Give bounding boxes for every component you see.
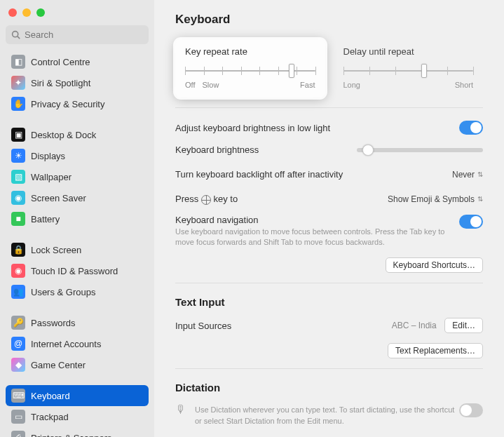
chevron-updown-icon: ⇅ <box>477 170 483 178</box>
dictation-heading: Dictation <box>175 382 483 394</box>
keyboard-brightness-label: Keyboard brightness <box>175 144 259 155</box>
sidebar-icon: ■ <box>11 212 25 226</box>
backlight-off-row: Turn keyboard backlight off after inacti… <box>175 162 483 187</box>
search-input[interactable] <box>25 29 143 40</box>
delay-long-label: Long <box>343 81 360 89</box>
sidebar-item-internet-accounts[interactable]: @Internet Accounts <box>6 333 149 354</box>
backlight-off-label: Turn keyboard backlight off after inacti… <box>175 169 343 180</box>
key-repeat-panel: Key repeat rate Off Slow Fast <box>175 39 325 98</box>
text-input-heading: Text Input <box>175 296 483 308</box>
slider-knob[interactable] <box>421 64 427 78</box>
sidebar-icon: ✋ <box>11 97 25 111</box>
text-replacements-button[interactable]: Text Replacements… <box>388 343 483 358</box>
delay-panel: Delay until repeat Long Short <box>334 39 484 98</box>
sidebar-icon: ⌨ <box>11 389 25 403</box>
dictation-desc: Use Dictation wherever you can type text… <box>195 405 459 426</box>
sidebar-item-label: Game Center <box>31 360 86 370</box>
keyboard-nav-desc: Use keyboard navigation to move focus be… <box>175 227 445 248</box>
sidebar-item-wallpaper[interactable]: ▧Wallpaper <box>6 166 149 187</box>
slider-knob[interactable] <box>289 64 294 78</box>
adjust-brightness-label: Adjust keyboard brightness in low light <box>175 123 330 133</box>
sidebar: ◧Control Centre✦Siri & Spotlight✋Privacy… <box>0 0 154 437</box>
sidebar-icon: 👥 <box>11 285 25 299</box>
sidebar-item-label: Screen Saver <box>31 193 86 203</box>
sidebar-item-label: Siri & Spotlight <box>31 78 90 88</box>
sidebar-item-keyboard[interactable]: ⌨Keyboard <box>6 385 149 406</box>
sidebar-icon: ◆ <box>11 358 25 372</box>
sliders-row: Key repeat rate Off Slow Fast Delay unti… <box>175 39 483 98</box>
globe-icon <box>201 195 211 205</box>
sidebar-group: ⌨Keyboard▭Trackpad⎙Printers & Scanners <box>6 385 149 437</box>
delay-label: Delay until repeat <box>343 46 474 57</box>
sidebar-icon: 🔑 <box>11 316 25 330</box>
edit-input-sources-button[interactable]: Edit… <box>444 318 483 333</box>
sidebar-item-label: Keyboard <box>31 391 70 401</box>
microphone-icon: 🎙 <box>175 403 191 416</box>
svg-point-0 <box>13 32 18 37</box>
keyboard-shortcuts-button[interactable]: Keyboard Shortcuts… <box>386 257 483 273</box>
sidebar-icon: ◧ <box>11 55 25 69</box>
sidebar-item-label: Users & Groups <box>31 287 95 297</box>
close-window-button[interactable] <box>8 8 17 17</box>
sidebar-item-control-centre[interactable]: ◧Control Centre <box>6 51 149 72</box>
input-sources-row: Input Sources ABC – India Edit… <box>175 315 483 336</box>
sidebar-icon: ☀ <box>11 149 25 163</box>
sidebar-item-trackpad[interactable]: ▭Trackpad <box>6 406 149 427</box>
press-globe-popup[interactable]: Show Emoji & Symbols⇅ <box>388 194 483 204</box>
sidebar-item-screen-saver[interactable]: ◉Screen Saver <box>6 187 149 208</box>
sidebar-icon: ▣ <box>11 128 25 142</box>
sidebar-icon: ◉ <box>11 191 25 205</box>
sidebar-item-game-center[interactable]: ◆Game Center <box>6 354 149 375</box>
sidebar-item-label: Internet Accounts <box>31 339 101 349</box>
svg-line-1 <box>18 36 20 39</box>
window-controls <box>8 8 149 17</box>
sidebar-group: ◧Control Centre✦Siri & Spotlight✋Privacy… <box>6 51 149 114</box>
sidebar-item-label: Trackpad <box>31 412 69 422</box>
sidebar-item-siri-spotlight[interactable]: ✦Siri & Spotlight <box>6 72 149 93</box>
sidebar-item-label: Control Centre <box>31 57 90 67</box>
sidebar-item-users-groups[interactable]: 👥Users & Groups <box>6 281 149 302</box>
search-field-container[interactable] <box>6 25 149 44</box>
chevron-updown-icon: ⇅ <box>477 195 483 203</box>
sidebar-item-desktop-dock[interactable]: ▣Desktop & Dock <box>6 124 149 145</box>
minimize-window-button[interactable] <box>22 8 31 17</box>
sidebar-item-label: Privacy & Security <box>31 99 104 109</box>
sidebar-item-label: Lock Screen <box>31 245 81 255</box>
sidebar-group: 🔑Passwords@Internet Accounts◆Game Center <box>6 312 149 375</box>
sidebar-item-touch-id-password[interactable]: ◉Touch ID & Password <box>6 260 149 281</box>
key-repeat-slider[interactable] <box>185 64 315 78</box>
sidebar-icon: ⎙ <box>11 431 25 437</box>
sidebar-item-label: Battery <box>31 214 60 224</box>
sidebar-icon: ◉ <box>11 264 25 278</box>
sidebar-item-printers-scanners[interactable]: ⎙Printers & Scanners <box>6 427 149 437</box>
sidebar-item-privacy-security[interactable]: ✋Privacy & Security <box>6 93 149 114</box>
keyboard-nav-label: Keyboard navigation <box>175 215 445 225</box>
sidebar-item-label: Wallpaper <box>31 172 71 182</box>
sidebar-item-label: Touch ID & Password <box>31 266 118 276</box>
sidebar-item-label: Passwords <box>31 318 76 328</box>
input-sources-value: ABC – India <box>392 321 437 330</box>
dictation-row: 🎙 Use Dictation wherever you can type te… <box>175 401 483 429</box>
key-repeat-label: Key repeat rate <box>185 46 315 57</box>
delay-short-label: Short <box>455 81 473 89</box>
main-content: Keyboard Key repeat rate Off Slow Fast D… <box>154 0 504 437</box>
sidebar-item-displays[interactable]: ☀Displays <box>6 145 149 166</box>
sidebar-icon: ▭ <box>11 410 25 424</box>
adjust-brightness-row: Adjust keyboard brightness in low light <box>175 118 483 137</box>
fullscreen-window-button[interactable] <box>36 8 45 17</box>
repeat-slow-label: Slow <box>202 81 219 89</box>
backlight-off-popup[interactable]: Never⇅ <box>452 170 483 180</box>
sidebar-group: 🔒Lock Screen◉Touch ID & Password👥Users &… <box>6 239 149 302</box>
press-globe-row: Press key to Show Emoji & Symbols⇅ <box>175 187 483 212</box>
dictation-toggle[interactable] <box>459 403 483 417</box>
sidebar-icon: ▧ <box>11 170 25 184</box>
delay-slider[interactable] <box>343 64 474 78</box>
keyboard-brightness-slider[interactable] <box>357 148 483 152</box>
sidebar-item-label: Printers & Scanners <box>31 433 112 438</box>
sidebar-item-label: Desktop & Dock <box>31 130 96 140</box>
sidebar-item-battery[interactable]: ■Battery <box>6 208 149 229</box>
keyboard-nav-toggle[interactable] <box>459 215 483 229</box>
sidebar-item-lock-screen[interactable]: 🔒Lock Screen <box>6 239 149 260</box>
sidebar-item-passwords[interactable]: 🔑Passwords <box>6 312 149 333</box>
adjust-brightness-toggle[interactable] <box>459 121 483 135</box>
